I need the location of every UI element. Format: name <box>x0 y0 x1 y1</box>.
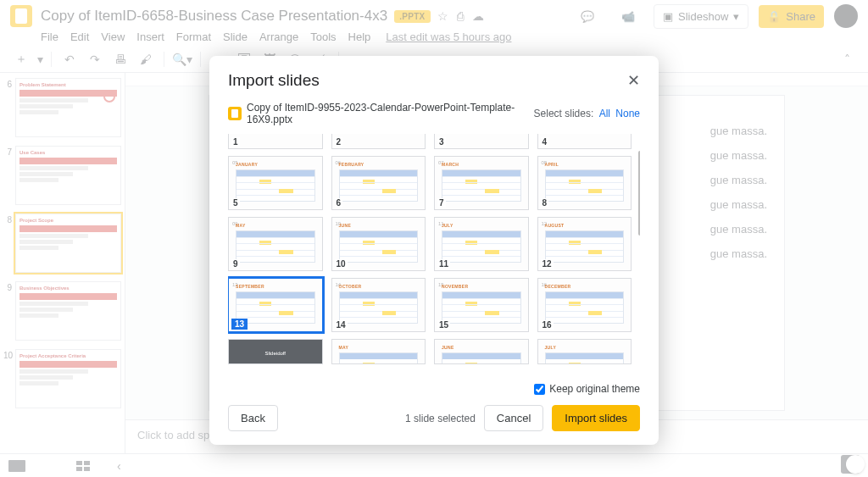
import-slide-thumb[interactable]: 3 <box>434 134 529 149</box>
import-slide-thumb[interactable]: 11JULY11 <box>434 217 529 271</box>
import-slide-thumb[interactable]: 15NOVEMBER15 <box>434 278 529 332</box>
import-slide-thumb[interactable]: 14OCTOBER14 <box>331 278 426 332</box>
keep-theme-input[interactable] <box>534 384 545 395</box>
keep-original-theme-checkbox[interactable]: Keep original theme <box>534 383 640 395</box>
import-slide-thumb[interactable]: 05JANUARY5 <box>228 156 323 210</box>
import-slide-thumb[interactable]: JULY <box>537 339 632 364</box>
import-slide-thumb[interactable]: 4 <box>537 134 632 149</box>
select-none-link[interactable]: None <box>615 108 640 119</box>
import-slide-thumb[interactable]: 08APRIL8 <box>537 156 632 210</box>
import-slide-thumb[interactable]: 2 <box>331 134 426 149</box>
select-slides-label: Select slides: All None <box>534 108 640 119</box>
scrollbar[interactable] <box>638 151 640 236</box>
selected-count: 1 slide selected <box>405 413 476 424</box>
slides-file-icon <box>228 107 242 120</box>
back-button[interactable]: Back <box>228 405 278 431</box>
import-slide-thumb[interactable]: 07MARCH7 <box>434 156 529 210</box>
import-slide-thumb[interactable]: JUNE <box>434 339 529 364</box>
import-slide-thumb[interactable]: 12AUGUST12 <box>537 217 632 271</box>
import-slide-thumb[interactable]: 1 <box>228 134 323 149</box>
import-slide-thumb[interactable]: 16DECEMBER16 <box>537 278 632 332</box>
import-slide-thumb[interactable]: 10JUNE10 <box>331 217 426 271</box>
close-icon[interactable]: ✕ <box>627 71 640 90</box>
modal-overlay: Import slides ✕ Copy of ItemID-9955-2023… <box>0 0 868 477</box>
cancel-button[interactable]: Cancel <box>484 405 543 431</box>
import-slide-thumb[interactable]: 13SEPTEMBER13 <box>228 278 323 332</box>
modal-title: Import slides <box>228 71 320 90</box>
import-slide-thumb[interactable]: Slideidoff <box>228 339 323 364</box>
import-slides-button[interactable]: Import slides <box>552 405 640 431</box>
import-slide-thumb[interactable]: 09MAY9 <box>228 217 323 271</box>
import-slides-modal: Import slides ✕ Copy of ItemID-9955-2023… <box>209 56 659 445</box>
select-all-link[interactable]: All <box>599 108 610 119</box>
source-filename: Copy of ItemID-9955-2023-Calendar-PowerP… <box>247 102 534 125</box>
import-grid-wrap[interactable]: 123405JANUARY506FEBRUARY607MARCH708APRIL… <box>228 134 640 373</box>
import-slide-thumb[interactable]: MAY <box>331 339 426 364</box>
import-slide-thumb[interactable]: 06FEBRUARY6 <box>331 156 426 210</box>
